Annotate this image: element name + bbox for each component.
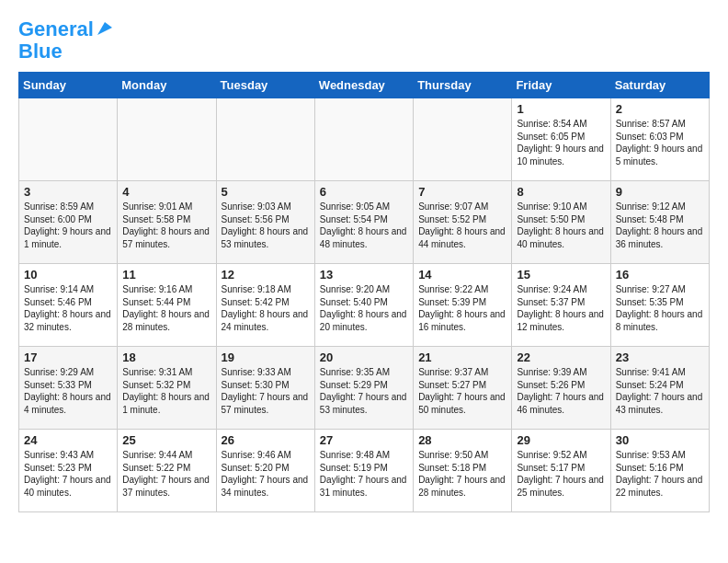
day-number: 3 (24, 185, 112, 199)
day-info: Sunset: 5:48 PM (616, 213, 704, 226)
calendar-cell (314, 98, 413, 181)
day-info: Sunset: 5:32 PM (122, 379, 210, 392)
day-header-wednesday: Wednesday (314, 73, 413, 98)
day-info: Sunset: 5:20 PM (222, 462, 310, 475)
day-number: 5 (222, 185, 310, 199)
day-info: Daylight: 8 hours and 28 minutes. (122, 308, 210, 333)
day-info: Sunrise: 9:43 AM (24, 449, 112, 462)
calendar-cell: 29Sunrise: 9:52 AMSunset: 5:17 PMDayligh… (512, 430, 610, 512)
day-info: Sunrise: 9:50 AM (418, 449, 506, 462)
calendar-cell: 6Sunrise: 9:05 AMSunset: 5:54 PMDaylight… (314, 181, 413, 264)
day-info: Sunset: 5:27 PM (418, 379, 506, 392)
day-info: Sunrise: 8:59 AM (24, 201, 112, 213)
day-info: Sunset: 6:05 PM (517, 131, 605, 144)
calendar-cell: 3Sunrise: 8:59 AMSunset: 6:00 PMDaylight… (19, 181, 118, 264)
day-number: 8 (517, 185, 605, 199)
day-info: Sunset: 5:56 PM (222, 213, 310, 226)
day-number: 17 (24, 350, 112, 364)
calendar-cell: 19Sunrise: 9:33 AMSunset: 5:30 PMDayligh… (216, 347, 314, 430)
day-info: Daylight: 7 hours and 50 minutes. (418, 391, 506, 416)
day-info: Daylight: 7 hours and 31 minutes. (320, 474, 408, 499)
day-number: 1 (517, 102, 605, 116)
day-number: 16 (616, 268, 704, 282)
day-info: Sunrise: 8:54 AM (517, 118, 605, 131)
day-number: 7 (418, 185, 506, 199)
calendar-cell: 21Sunrise: 9:37 AMSunset: 5:27 PMDayligh… (414, 347, 512, 430)
calendar-cell (414, 98, 512, 181)
logo-bird-icon (96, 20, 112, 37)
day-number: 2 (616, 102, 704, 116)
page-header: General Blue (18, 18, 710, 63)
calendar-cell: 16Sunrise: 9:27 AMSunset: 5:35 PMDayligh… (610, 264, 709, 347)
day-info: Sunrise: 9:29 AM (24, 366, 112, 379)
day-info: Sunset: 5:29 PM (320, 379, 408, 392)
day-info: Sunrise: 9:33 AM (222, 366, 310, 379)
day-number: 19 (222, 350, 310, 364)
svg-marker-0 (97, 22, 112, 35)
calendar-cell: 25Sunrise: 9:44 AMSunset: 5:22 PMDayligh… (118, 430, 216, 512)
day-info: Sunset: 5:50 PM (517, 213, 605, 226)
day-info: Sunset: 5:22 PM (122, 462, 210, 475)
day-info: Daylight: 7 hours and 28 minutes. (418, 474, 506, 499)
day-info: Sunset: 5:39 PM (418, 296, 506, 309)
calendar-cell: 8Sunrise: 9:10 AMSunset: 5:50 PMDaylight… (512, 181, 610, 264)
day-info: Daylight: 8 hours and 48 minutes. (320, 225, 408, 250)
day-info: Daylight: 7 hours and 37 minutes. (122, 474, 210, 499)
calendar-cell (118, 98, 216, 181)
day-info: Daylight: 7 hours and 25 minutes. (517, 474, 605, 499)
day-number: 22 (517, 350, 605, 364)
day-info: Daylight: 8 hours and 36 minutes. (616, 225, 704, 250)
day-info: Sunrise: 9:18 AM (222, 283, 310, 296)
calendar-cell: 10Sunrise: 9:14 AMSunset: 5:46 PMDayligh… (19, 264, 118, 347)
calendar-week-row: 1Sunrise: 8:54 AMSunset: 6:05 PMDaylight… (19, 98, 710, 181)
day-info: Sunset: 5:52 PM (418, 213, 506, 226)
day-info: Sunset: 5:54 PM (320, 213, 408, 226)
calendar-week-row: 10Sunrise: 9:14 AMSunset: 5:46 PMDayligh… (19, 264, 710, 347)
day-info: Daylight: 7 hours and 22 minutes. (616, 474, 704, 499)
day-info: Daylight: 7 hours and 57 minutes. (222, 391, 310, 416)
day-header-sunday: Sunday (19, 73, 118, 98)
calendar-cell: 2Sunrise: 8:57 AMSunset: 6:03 PMDaylight… (610, 98, 709, 181)
calendar-header-row: SundayMondayTuesdayWednesdayThursdayFrid… (19, 73, 710, 98)
day-info: Sunrise: 9:16 AM (122, 283, 210, 296)
day-header-tuesday: Tuesday (216, 73, 314, 98)
day-info: Sunset: 6:00 PM (24, 213, 112, 226)
day-info: Sunset: 5:17 PM (517, 462, 605, 475)
logo-text-general: General (18, 18, 94, 40)
calendar-cell: 13Sunrise: 9:20 AMSunset: 5:40 PMDayligh… (314, 264, 413, 347)
day-number: 30 (616, 433, 704, 447)
day-number: 25 (122, 433, 210, 447)
calendar-week-row: 24Sunrise: 9:43 AMSunset: 5:23 PMDayligh… (19, 430, 710, 512)
calendar-cell: 28Sunrise: 9:50 AMSunset: 5:18 PMDayligh… (414, 430, 512, 512)
day-info: Daylight: 8 hours and 8 minutes. (616, 308, 704, 333)
day-info: Daylight: 8 hours and 53 minutes. (222, 225, 310, 250)
day-info: Daylight: 8 hours and 20 minutes. (320, 308, 408, 333)
logo: General Blue (18, 18, 112, 63)
day-info: Daylight: 8 hours and 24 minutes. (222, 308, 310, 333)
day-number: 26 (222, 433, 310, 447)
day-info: Sunrise: 9:27 AM (616, 283, 704, 296)
calendar-cell: 22Sunrise: 9:39 AMSunset: 5:26 PMDayligh… (512, 347, 610, 430)
calendar-week-row: 3Sunrise: 8:59 AMSunset: 6:00 PMDaylight… (19, 181, 710, 264)
calendar-cell: 24Sunrise: 9:43 AMSunset: 5:23 PMDayligh… (19, 430, 118, 512)
day-info: Sunrise: 9:01 AM (122, 201, 210, 213)
day-info: Sunset: 5:40 PM (320, 296, 408, 309)
day-info: Sunrise: 9:37 AM (418, 366, 506, 379)
day-number: 18 (122, 350, 210, 364)
day-info: Sunset: 5:19 PM (320, 462, 408, 475)
day-number: 10 (24, 268, 112, 282)
day-info: Sunset: 5:58 PM (122, 213, 210, 226)
calendar-cell (216, 98, 314, 181)
day-info: Sunrise: 9:22 AM (418, 283, 506, 296)
calendar-table: SundayMondayTuesdayWednesdayThursdayFrid… (18, 72, 710, 512)
day-info: Sunrise: 9:46 AM (222, 449, 310, 462)
calendar-cell: 5Sunrise: 9:03 AMSunset: 5:56 PMDaylight… (216, 181, 314, 264)
day-info: Sunrise: 9:44 AM (122, 449, 210, 462)
day-info: Daylight: 8 hours and 44 minutes. (418, 225, 506, 250)
day-info: Sunset: 5:23 PM (24, 462, 112, 475)
calendar-cell: 15Sunrise: 9:24 AMSunset: 5:37 PMDayligh… (512, 264, 610, 347)
day-info: Sunrise: 9:41 AM (616, 366, 704, 379)
calendar-cell: 20Sunrise: 9:35 AMSunset: 5:29 PMDayligh… (314, 347, 413, 430)
logo-text-blue: Blue (18, 40, 63, 63)
day-number: 13 (320, 268, 408, 282)
